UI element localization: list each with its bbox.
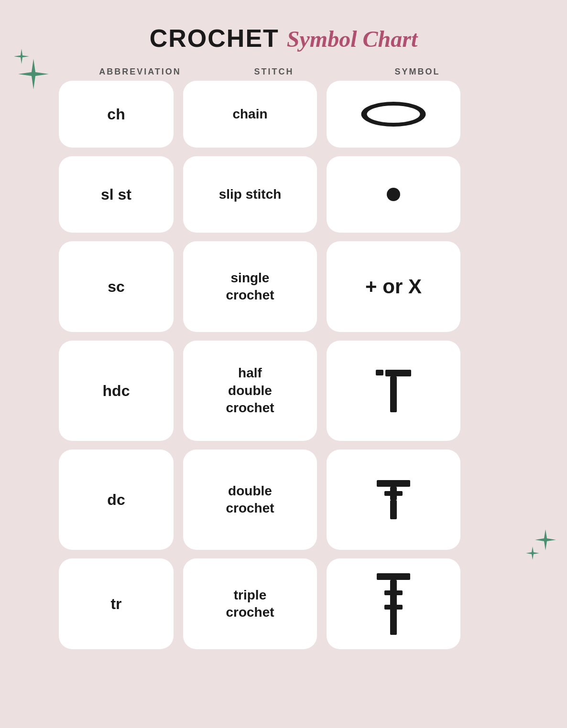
row-hdc: hdc halfdoublecrochet (59, 341, 518, 441)
title-crochet: CROCHET (150, 24, 279, 53)
abbr-single: sc (59, 241, 174, 332)
stitch-slip: slip stitch (183, 156, 317, 233)
abbr-hdc: hdc (59, 341, 174, 441)
symbol-single: + or X (327, 241, 460, 332)
stitch-tr: triplecrochet (183, 558, 317, 649)
abbr-slip: sl st (59, 156, 174, 233)
abbr-dc: dc (59, 450, 174, 550)
symbol-tr (327, 558, 460, 649)
hdc-T-icon (376, 370, 411, 412)
abbr-chain: ch (59, 81, 174, 148)
svg-marker-2 (535, 529, 556, 550)
dc-T-tick-icon (377, 480, 410, 519)
stitch-table: ch chain sl st slip stitch sc singlecroc… (59, 81, 518, 649)
row-tr: tr triplecrochet (59, 558, 518, 649)
symbol-dc (327, 450, 460, 550)
chain-oval-icon (361, 102, 426, 127)
svg-marker-3 (526, 546, 539, 560)
sparkle-bottom-right-decoration (519, 525, 557, 566)
column-headers: ABBREVIATION STITCH SYMBOL (83, 67, 513, 77)
symbol-chain (327, 81, 460, 148)
row-slip: sl st slip stitch (59, 156, 518, 233)
stitch-dc: doublecrochet (183, 450, 317, 550)
abbr-tr: tr (59, 558, 174, 649)
stitch-chain: chain (183, 81, 317, 148)
dot-icon (387, 188, 400, 201)
col-header-symbol: SYMBOL (350, 67, 484, 77)
title-subtitle: Symbol Chart (287, 26, 417, 52)
stitch-single: singlecrochet (183, 241, 317, 332)
col-header-stitch: STITCH (207, 67, 341, 77)
svg-marker-1 (14, 49, 29, 64)
row-chain: ch chain (59, 81, 518, 148)
stitch-hdc: halfdoublecrochet (183, 341, 317, 441)
symbol-hdc (327, 341, 460, 441)
col-header-abbreviation: ABBREVIATION (83, 67, 197, 77)
row-single: sc singlecrochet + or X (59, 241, 518, 332)
title-row: CROCHET Symbol Chart (150, 24, 418, 53)
row-dc: dc doublecrochet (59, 450, 518, 550)
symbol-slip (327, 156, 460, 233)
tr-T-two-ticks-icon (377, 573, 410, 635)
page-header: CROCHET Symbol Chart (29, 19, 538, 67)
plus-or-x-icon: + or X (365, 275, 422, 298)
